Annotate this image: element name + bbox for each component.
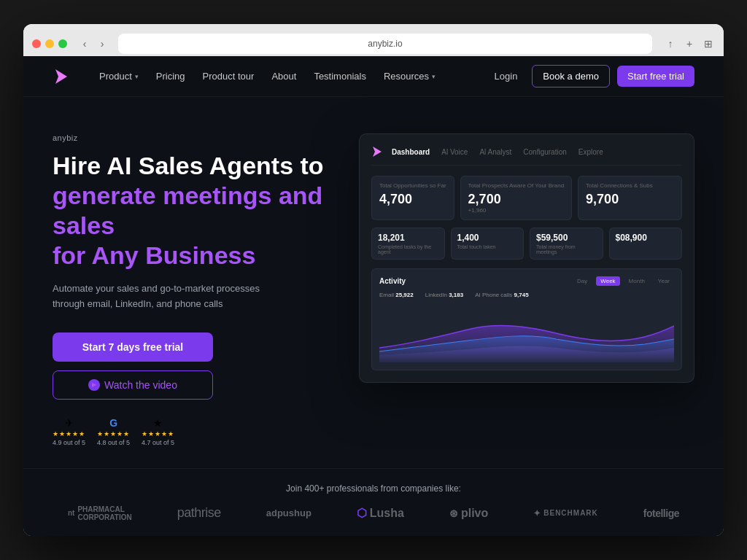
ratings-row: ✈ ★★★★★ 4.9 out of 5 G ★★★★★ 4.8 out of … bbox=[53, 417, 330, 446]
lusha-icon: ⬡ bbox=[357, 506, 367, 520]
activity-phone-stat: AI Phone calls 9,745 bbox=[475, 292, 528, 298]
svg-marker-1 bbox=[373, 147, 382, 157]
partner-adpushup: adpushup bbox=[266, 508, 311, 518]
plivo-icon: ⊛ bbox=[449, 508, 458, 519]
svg-marker-0 bbox=[55, 69, 67, 84]
partners-logos: nt PHARMACALCORPORATION pathrise adpushu… bbox=[53, 505, 694, 521]
dash-tab-ai-voice[interactable]: Al Voice bbox=[441, 148, 468, 156]
hero-badge: anybiz bbox=[53, 133, 330, 142]
minimize-button[interactable] bbox=[45, 39, 54, 48]
forward-button[interactable]: › bbox=[95, 36, 109, 51]
hero-section: anybiz Hire AI Sales Agents to generate … bbox=[23, 97, 724, 468]
close-button[interactable] bbox=[32, 39, 41, 48]
add-tab-icon[interactable]: + bbox=[683, 37, 696, 50]
website-content: Product ▾ Pricing Product tour About Tes… bbox=[23, 56, 724, 536]
activity-stats: Email 25,922 LinkedIn 3,183 AI Phone cal… bbox=[379, 292, 674, 298]
nav-product-tour[interactable]: Product tour bbox=[196, 66, 262, 86]
dash-tabs: Dashboard Al Voice Al Analyst Configurat… bbox=[392, 148, 603, 156]
maximize-button[interactable] bbox=[58, 39, 67, 48]
partner-pathrise: pathrise bbox=[177, 505, 221, 521]
activity-linkedin-stat: LinkedIn 3,183 bbox=[425, 292, 464, 298]
secondary-metrics: 18,201 Completed tasks by the agent 1,40… bbox=[371, 228, 682, 260]
sec-metric-touch: 1,400 Total touch taken bbox=[451, 228, 525, 260]
nav-testimonials[interactable]: Testimonials bbox=[306, 66, 374, 86]
sec-metric-extra: $08,900 bbox=[609, 228, 683, 260]
browser-nav-icons: ‹ › bbox=[77, 36, 109, 51]
logo-icon bbox=[53, 68, 70, 85]
partner-plivo: ⊛ plivo bbox=[449, 507, 488, 520]
activity-tab-day[interactable]: Day bbox=[573, 276, 592, 286]
extensions-icon[interactable]: ⊞ bbox=[702, 37, 715, 50]
browser-actions: ↑ + ⊞ bbox=[664, 37, 715, 50]
dash-tab-dashboard[interactable]: Dashboard bbox=[392, 148, 430, 156]
nav-product[interactable]: Product ▾ bbox=[92, 66, 146, 86]
hero-title-line1: Hire AI Sales Agents to bbox=[53, 152, 324, 179]
capterra-icon: ★ bbox=[153, 417, 163, 429]
nav-right: Login Book a demo Start free trial bbox=[487, 65, 694, 88]
activity-tab-week[interactable]: Week bbox=[596, 276, 619, 286]
login-button[interactable]: Login bbox=[487, 66, 525, 86]
share-icon[interactable]: ↑ bbox=[664, 37, 677, 50]
primary-metrics: Total Opportunities so Far 4,700 Total P… bbox=[371, 176, 682, 220]
chart-svg bbox=[379, 304, 674, 362]
hero-title-line3: for Any Business bbox=[53, 241, 255, 269]
partner-pharmacal: nt PHARMACALCORPORATION bbox=[68, 505, 132, 521]
nav-pricing[interactable]: Pricing bbox=[149, 66, 193, 86]
logo[interactable] bbox=[53, 68, 70, 85]
navigation: Product ▾ Pricing Product tour About Tes… bbox=[23, 56, 724, 97]
browser-window: ‹ › anybiz.io ↑ + ⊞ Product ▾ bbox=[23, 24, 724, 536]
nav-links: Product ▾ Pricing Product tour About Tes… bbox=[92, 66, 487, 86]
traffic-lights bbox=[32, 39, 67, 48]
dash-logo-icon bbox=[371, 146, 383, 158]
hero-title: Hire AI Sales Agents to generate meeting… bbox=[53, 151, 330, 270]
activity-tabs: Day Week Month Year bbox=[573, 276, 674, 286]
rating-capterra: ★ ★★★★★ 4.7 out of 5 bbox=[142, 417, 174, 446]
google-icon: G bbox=[109, 417, 117, 429]
hero-content: anybiz Hire AI Sales Agents to generate … bbox=[53, 133, 330, 446]
metric-prospects: Total Prospects Aware Of Your Brand 2,70… bbox=[460, 176, 572, 220]
activity-tab-year[interactable]: Year bbox=[654, 276, 674, 286]
trustpilot-icon: ✈ bbox=[65, 417, 74, 429]
activity-chart bbox=[379, 304, 674, 362]
rating-google: G ★★★★★ 4.8 out of 5 bbox=[97, 417, 130, 446]
activity-header: Activity Day Week Month Year bbox=[379, 276, 674, 286]
chevron-down-icon: ▾ bbox=[135, 73, 139, 80]
rating-trustpilot: ✈ ★★★★★ 4.9 out of 5 bbox=[53, 417, 85, 446]
partners-label: Join 400+ professionals from companies l… bbox=[53, 483, 694, 494]
address-bar[interactable]: anybiz.io bbox=[118, 34, 652, 54]
back-button[interactable]: ‹ bbox=[77, 36, 92, 51]
activity-email-stat: Email 25,922 bbox=[379, 292, 414, 298]
sec-metric-money: $59,500 Total money from meetings bbox=[530, 228, 603, 260]
dash-tab-ai-analyst[interactable]: Al Analyst bbox=[479, 148, 511, 156]
partner-benchmark: ✦ BENCHMARK bbox=[533, 508, 598, 518]
address-text: anybiz.io bbox=[368, 39, 402, 49]
partner-lusha: ⬡ Lusha bbox=[357, 506, 404, 520]
dash-tab-explore[interactable]: Explore bbox=[578, 148, 603, 156]
benchmark-icon: ✦ bbox=[533, 508, 541, 518]
activity-tab-month[interactable]: Month bbox=[624, 276, 649, 286]
dash-header: Dashboard Al Voice Al Analyst Configurat… bbox=[371, 146, 682, 166]
hero-title-line2: generate meetings and sales bbox=[53, 182, 322, 239]
activity-section: Activity Day Week Month Year Email 25,92… bbox=[371, 268, 682, 370]
start-trial-nav-button[interactable]: Start free trial bbox=[617, 66, 694, 87]
play-icon: ▶ bbox=[88, 379, 100, 391]
browser-chrome: ‹ › anybiz.io ↑ + ⊞ bbox=[23, 24, 724, 56]
hero-subtitle: Automate your sales and go-to-market pro… bbox=[53, 281, 286, 312]
partner-fotellige: fotellige bbox=[643, 508, 679, 519]
book-demo-button[interactable]: Book a demo bbox=[532, 65, 610, 88]
metric-connections: Total Connections & Subs 9,700 bbox=[578, 176, 682, 220]
sec-metric-tasks: 18,201 Completed tasks by the agent bbox=[371, 228, 445, 260]
chevron-down-icon: ▾ bbox=[432, 73, 436, 80]
dashboard-mockup: Dashboard Al Voice Al Analyst Configurat… bbox=[359, 133, 694, 383]
metric-opportunities: Total Opportunities so Far 4,700 bbox=[371, 176, 454, 220]
nav-about[interactable]: About bbox=[264, 66, 303, 86]
partners-section: Join 400+ professionals from companies l… bbox=[23, 468, 724, 536]
nav-resources[interactable]: Resources ▾ bbox=[376, 66, 443, 86]
watch-video-button[interactable]: ▶ Watch the video bbox=[53, 370, 213, 400]
start-trial-hero-button[interactable]: Start 7 days free trial bbox=[53, 332, 213, 362]
dash-tab-configuration[interactable]: Configuration bbox=[523, 148, 566, 156]
dashboard-preview: Dashboard Al Voice Al Analyst Configurat… bbox=[359, 133, 694, 446]
